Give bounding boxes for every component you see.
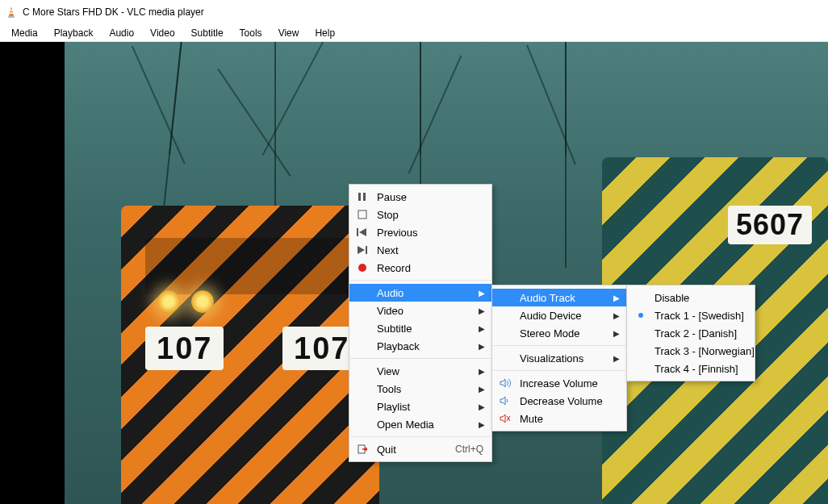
ctx-label: Pause — [377, 191, 407, 203]
window-title: C More Stars FHD DK - VLC media player — [23, 6, 204, 18]
ctx-label: Record — [377, 262, 411, 274]
track-disable[interactable]: Disable — [627, 289, 755, 306]
menu-audio[interactable]: Audio — [101, 26, 142, 40]
record-icon — [356, 261, 369, 274]
ctx-label: Audio Track — [520, 292, 575, 304]
ctx-subtitle[interactable]: Subtitle ▶ — [349, 319, 491, 337]
ctx-label: Audio — [377, 287, 404, 299]
mute-icon — [499, 412, 512, 425]
radio-selected-icon — [638, 313, 643, 318]
previous-icon — [356, 226, 369, 239]
menu-tools[interactable]: Tools — [232, 26, 270, 40]
ctx-open-media[interactable]: Open Media ▶ — [349, 415, 491, 433]
ctx-label: View — [377, 365, 399, 377]
scenery-train-orange: 107 107 — [121, 206, 379, 504]
menu-media[interactable]: Media — [3, 26, 46, 40]
ctx-stop[interactable]: Stop — [349, 206, 491, 223]
svg-marker-14 — [500, 397, 505, 405]
ctx-view[interactable]: View ▶ — [349, 362, 491, 380]
submenu-arrow-icon: ▶ — [613, 329, 620, 338]
scenery-tree — [565, 42, 567, 268]
increase-volume[interactable]: Increase Volume — [492, 374, 626, 392]
video-letterbox-left — [0, 42, 65, 504]
decrease-volume[interactable]: Decrease Volume — [492, 392, 626, 410]
menu-view[interactable]: View — [270, 26, 307, 40]
svg-rect-10 — [366, 246, 367, 254]
svg-marker-15 — [500, 414, 505, 423]
ctx-label: Mute — [520, 413, 543, 425]
submenu-arrow-icon: ▶ — [479, 342, 485, 351]
mute[interactable]: Mute — [492, 410, 626, 427]
svg-rect-4 — [358, 193, 361, 201]
ctx-pause[interactable]: Pause — [349, 188, 491, 206]
stereo-mode[interactable]: Stereo Mode ▶ — [492, 324, 626, 342]
submenu-arrow-icon: ▶ — [479, 420, 485, 429]
ctx-label: Increase Volume — [520, 377, 598, 389]
ctx-label: Track 4 - [Finnish] — [654, 363, 738, 375]
svg-rect-3 — [10, 12, 14, 14]
ctx-label: Video — [377, 305, 404, 317]
ctx-label: Playback — [377, 340, 420, 352]
svg-marker-13 — [500, 379, 505, 387]
audio-track-submenu: Disable Track 1 - [Swedish] Track 2 - [D… — [626, 285, 755, 381]
track-4-finnish[interactable]: Track 4 - [Finnish] — [627, 360, 755, 377]
next-icon — [356, 244, 369, 256]
submenu-arrow-icon: ▶ — [479, 367, 485, 376]
vlc-cone-icon — [5, 6, 18, 19]
svg-rect-7 — [357, 228, 358, 236]
submenu-arrow-icon: ▶ — [479, 306, 485, 315]
ctx-label: Playlist — [377, 401, 410, 413]
menubar: Media Playback Audio Video Subtitle Tool… — [0, 24, 828, 42]
ctx-playlist[interactable]: Playlist ▶ — [349, 398, 491, 415]
separator — [350, 280, 491, 281]
ctx-label: Quit — [377, 444, 396, 456]
separator — [350, 358, 491, 359]
separator — [493, 345, 625, 346]
menu-subtitle[interactable]: Subtitle — [183, 26, 232, 40]
ctx-audio[interactable]: Audio ▶ — [349, 284, 491, 302]
ctx-label: Visualizations — [520, 352, 583, 364]
submenu-arrow-icon: ▶ — [479, 402, 485, 411]
ctx-label: Open Media — [377, 419, 434, 431]
volume-down-icon — [499, 394, 512, 407]
separator — [350, 436, 491, 437]
ctx-quit[interactable]: Quit Ctrl+Q — [349, 440, 491, 458]
ctx-video[interactable]: Video ▶ — [349, 302, 491, 319]
context-menu: Pause Stop Previous Next Record Audio ▶ … — [349, 184, 492, 462]
track-3-norwegian[interactable]: Track 3 - [Norwegian] — [627, 342, 755, 360]
track-1-swedish[interactable]: Track 1 - [Swedish] — [627, 306, 755, 324]
svg-rect-6 — [358, 210, 366, 219]
ctx-previous[interactable]: Previous — [349, 223, 491, 241]
submenu-arrow-icon: ▶ — [613, 311, 620, 320]
ctx-record[interactable]: Record — [349, 259, 491, 277]
scenery-headlights — [157, 290, 230, 314]
ctx-label: Track 2 - [Danish] — [654, 327, 737, 339]
ctx-label: Subtitle — [377, 323, 412, 335]
ctx-label: Next — [377, 244, 399, 256]
menu-playback[interactable]: Playback — [46, 26, 102, 40]
ctx-tools[interactable]: Tools ▶ — [349, 380, 491, 398]
ctx-next[interactable]: Next — [349, 241, 491, 259]
quit-icon — [356, 443, 369, 456]
track-2-danish[interactable]: Track 2 - [Danish] — [627, 324, 755, 342]
visualizations[interactable]: Visualizations ▶ — [492, 349, 626, 367]
svg-rect-1 — [8, 16, 15, 18]
stop-icon — [356, 208, 369, 221]
svg-marker-0 — [9, 6, 14, 16]
submenu-arrow-icon: ▶ — [479, 324, 485, 333]
submenu-arrow-icon: ▶ — [613, 294, 620, 302]
ctx-playback[interactable]: Playback ▶ — [349, 337, 491, 355]
svg-marker-8 — [359, 228, 366, 236]
menu-help[interactable]: Help — [307, 26, 343, 40]
ctx-label: Disable — [654, 292, 689, 304]
ctx-label: Previous — [377, 227, 418, 239]
pause-icon — [356, 190, 369, 203]
volume-up-icon — [499, 377, 512, 389]
audio-track[interactable]: Audio Track ▶ — [492, 289, 626, 306]
svg-point-11 — [358, 264, 366, 272]
scenery-number-plate: 107 — [145, 327, 224, 370]
menu-video[interactable]: Video — [142, 26, 182, 40]
separator — [493, 370, 625, 371]
audio-device[interactable]: Audio Device ▶ — [492, 306, 626, 324]
audio-submenu: Audio Track ▶ Audio Device ▶ Stereo Mode… — [491, 285, 627, 431]
